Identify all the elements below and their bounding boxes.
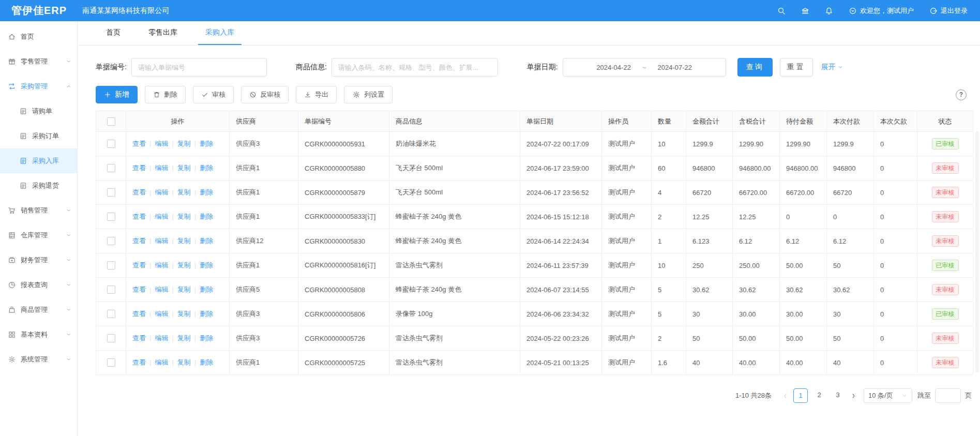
select-all-checkbox[interactable] xyxy=(107,117,115,126)
user-menu[interactable]: 欢迎您，测试用户 xyxy=(849,6,914,16)
tab-retail-outbound[interactable]: 零售出库 xyxy=(141,21,185,45)
sidebar-item-home[interactable]: 首页 xyxy=(0,24,77,49)
cell-supplier: 供应商1 xyxy=(230,156,298,181)
sidebar-item-reports[interactable]: 报表查询 xyxy=(0,273,77,297)
row-action-view[interactable]: 查看 xyxy=(132,358,146,366)
jump-page-input[interactable] xyxy=(935,388,961,403)
row-action-copy[interactable]: 复制 xyxy=(177,334,191,342)
next-page-button[interactable] xyxy=(847,393,860,399)
help-icon[interactable]: ? xyxy=(956,89,967,100)
delete-button[interactable]: 删除 xyxy=(145,86,186,103)
sidebar-item-purchase-return[interactable]: 采购退货 xyxy=(0,173,77,198)
sidebar-item-purchase-inbound[interactable]: 采购入库 xyxy=(0,148,77,173)
bank-icon[interactable] xyxy=(801,7,809,15)
row-checkbox[interactable] xyxy=(107,188,115,197)
sidebar-item-finance[interactable]: 财务管理 xyxy=(0,248,77,273)
cell-amount: 6.123 xyxy=(686,229,733,253)
cell-owed: 0 xyxy=(874,302,917,326)
row-action-copy[interactable]: 复制 xyxy=(177,261,191,269)
row-action-view[interactable]: 查看 xyxy=(132,140,146,147)
row-action-copy[interactable]: 复制 xyxy=(177,140,191,147)
unaudit-button[interactable]: 反审核 xyxy=(241,86,289,103)
row-checkbox[interactable] xyxy=(107,334,115,342)
row-checkbox[interactable] xyxy=(107,213,115,221)
row-checkbox[interactable] xyxy=(107,358,115,367)
row-action-edit[interactable]: 编辑 xyxy=(155,261,168,269)
row-action-view[interactable]: 查看 xyxy=(132,334,146,342)
page-size-select[interactable]: 10 条/页 xyxy=(864,388,912,403)
row-action-edit[interactable]: 编辑 xyxy=(155,213,168,220)
prev-page-button[interactable] xyxy=(779,393,791,399)
expand-toggle[interactable]: 展开 xyxy=(821,63,843,72)
doc-no-input[interactable] xyxy=(131,58,267,77)
row-action-delete[interactable]: 删除 xyxy=(200,334,213,342)
row-action-delete[interactable]: 删除 xyxy=(200,188,213,196)
row-action-view[interactable]: 查看 xyxy=(132,213,146,220)
row-action-edit[interactable]: 编辑 xyxy=(155,164,168,172)
row-checkbox[interactable] xyxy=(107,164,115,172)
row-checkbox[interactable] xyxy=(107,310,115,318)
row-action-delete[interactable]: 删除 xyxy=(200,285,213,293)
page-number-1[interactable]: 1 xyxy=(793,388,808,403)
product-info-input[interactable] xyxy=(331,58,498,77)
bell-icon[interactable] xyxy=(825,7,833,15)
row-action-copy[interactable]: 复制 xyxy=(177,164,191,172)
row-action-edit[interactable]: 编辑 xyxy=(155,140,168,147)
row-checkbox[interactable] xyxy=(107,261,115,269)
row-action-view[interactable]: 查看 xyxy=(132,188,146,196)
row-action-copy[interactable]: 复制 xyxy=(177,188,191,196)
row-action-delete[interactable]: 删除 xyxy=(200,310,213,318)
row-action-view[interactable]: 查看 xyxy=(132,285,146,293)
export-button[interactable]: 导出 xyxy=(296,86,337,103)
tab-purchase-inbound[interactable]: 采购入库 xyxy=(198,21,242,45)
page-number-3[interactable]: 3 xyxy=(831,388,845,403)
row-action-edit[interactable]: 编辑 xyxy=(155,358,168,366)
row-action-edit[interactable]: 编辑 xyxy=(155,188,168,196)
tab-home[interactable]: 首页 xyxy=(99,21,128,45)
row-checkbox[interactable] xyxy=(107,237,115,245)
sidebar-item-purchase-order[interactable]: 采购订单 xyxy=(0,124,77,148)
sidebar-item-goods[interactable]: 商品管理 xyxy=(0,297,77,322)
row-action-edit[interactable]: 编辑 xyxy=(155,237,168,245)
status-badge: 未审核 xyxy=(932,357,959,368)
row-checkbox[interactable] xyxy=(107,285,115,294)
row-action-edit[interactable]: 编辑 xyxy=(155,310,168,318)
row-action-copy[interactable]: 复制 xyxy=(177,358,191,366)
row-action-delete[interactable]: 删除 xyxy=(200,213,213,220)
row-action-delete[interactable]: 删除 xyxy=(200,358,213,366)
sidebar-item-system[interactable]: 系统管理 xyxy=(0,347,77,372)
search-icon[interactable] xyxy=(777,7,786,15)
sidebar-item-sales[interactable]: 销售管理 xyxy=(0,198,77,223)
date-range-picker[interactable]: 2024-04-22 ~ 2024-07-22 xyxy=(563,58,726,77)
row-action-edit[interactable]: 编辑 xyxy=(155,285,168,293)
row-action-copy[interactable]: 复制 xyxy=(177,237,191,245)
row-action-delete[interactable]: 删除 xyxy=(200,237,213,245)
audit-button[interactable]: 审核 xyxy=(193,86,234,103)
cell-supplier: 供应商5 xyxy=(230,278,298,302)
row-action-view[interactable]: 查看 xyxy=(132,164,146,172)
sidebar-item-basic-data[interactable]: 基本资料 xyxy=(0,322,77,347)
row-action-delete[interactable]: 删除 xyxy=(200,261,213,269)
sidebar-item-label: 财务管理 xyxy=(21,255,48,265)
row-action-copy[interactable]: 复制 xyxy=(177,285,191,293)
row-action-copy[interactable]: 复制 xyxy=(177,213,191,220)
row-action-delete[interactable]: 删除 xyxy=(200,140,213,147)
row-action-delete[interactable]: 删除 xyxy=(200,164,213,172)
row-checkbox[interactable] xyxy=(107,140,115,148)
vertical-scrollbar[interactable] xyxy=(975,131,979,372)
sidebar-item-purchase-request[interactable]: 请购单 xyxy=(0,99,77,124)
page-number-2[interactable]: 2 xyxy=(812,388,826,403)
column-settings-button[interactable]: 列设置 xyxy=(344,86,393,103)
add-button[interactable]: 新增 xyxy=(96,86,138,103)
row-action-view[interactable]: 查看 xyxy=(132,310,146,318)
sidebar-item-purchase[interactable]: 采购管理 xyxy=(0,74,77,99)
row-action-copy[interactable]: 复制 xyxy=(177,310,191,318)
search-button[interactable]: 查询 xyxy=(737,58,773,77)
row-action-edit[interactable]: 编辑 xyxy=(155,334,168,342)
reset-button[interactable]: 重置 xyxy=(780,58,813,77)
sidebar-item-retail[interactable]: 零售管理 xyxy=(0,49,77,74)
logout-button[interactable]: 退出登录 xyxy=(929,6,968,16)
row-action-view[interactable]: 查看 xyxy=(132,261,146,269)
sidebar-item-warehouse[interactable]: 仓库管理 xyxy=(0,223,77,248)
row-action-view[interactable]: 查看 xyxy=(132,237,146,245)
